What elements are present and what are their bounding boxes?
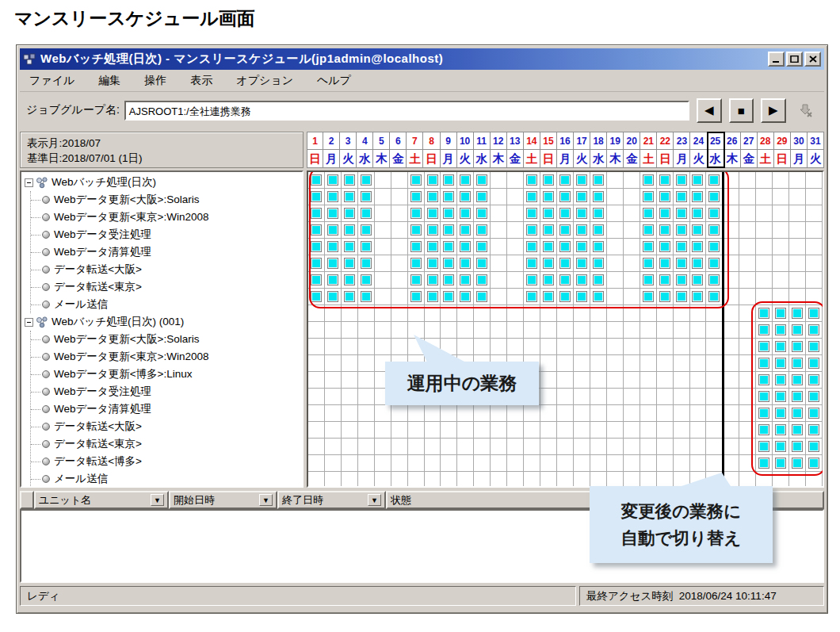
schedule-cell[interactable] <box>574 422 590 439</box>
schedule-cell[interactable] <box>524 239 540 255</box>
schedule-mark[interactable] <box>708 191 720 202</box>
schedule-cell[interactable] <box>425 472 441 488</box>
schedule-mark[interactable] <box>460 174 471 186</box>
schedule-mark[interactable] <box>659 258 670 269</box>
schedule-cell[interactable] <box>408 222 425 239</box>
schedule-mark[interactable] <box>559 174 571 186</box>
schedule-cell[interactable] <box>806 455 823 472</box>
schedule-cell[interactable] <box>457 322 474 339</box>
schedule-cell[interactable] <box>674 172 690 189</box>
schedule-cell[interactable] <box>342 205 358 222</box>
schedule-cell[interactable] <box>425 455 441 472</box>
schedule-cell[interactable] <box>474 239 491 255</box>
schedule-cell[interactable] <box>457 255 474 272</box>
schedule-mark[interactable] <box>708 241 720 252</box>
schedule-mark[interactable] <box>576 191 587 202</box>
schedule-cell[interactable] <box>773 455 789 472</box>
schedule-mark[interactable] <box>361 241 372 252</box>
schedule-cell[interactable] <box>491 222 507 239</box>
schedule-cell[interactable] <box>308 189 325 205</box>
schedule-cell[interactable] <box>557 372 574 389</box>
schedule-cell[interactable] <box>657 439 674 455</box>
schedule-cell[interactable] <box>640 339 657 355</box>
schedule-cell[interactable] <box>474 455 491 472</box>
schedule-cell[interactable] <box>425 255 441 272</box>
schedule-cell[interactable] <box>507 189 524 205</box>
schedule-cell[interactable] <box>540 355 557 372</box>
schedule-cell[interactable] <box>624 272 640 289</box>
schedule-cell[interactable] <box>491 255 507 272</box>
schedule-cell[interactable] <box>391 289 408 305</box>
schedule-cell[interactable] <box>607 439 624 455</box>
schedule-cell[interactable] <box>574 322 590 339</box>
schedule-mark[interactable] <box>676 208 687 219</box>
schedule-cell[interactable] <box>756 405 773 422</box>
schedule-mark[interactable] <box>344 291 355 302</box>
schedule-cell[interactable] <box>574 472 590 488</box>
schedule-cell[interactable] <box>690 239 707 255</box>
schedule-mark[interactable] <box>576 258 587 269</box>
schedule-cell[interactable] <box>441 239 457 255</box>
schedule-cell[interactable] <box>607 422 624 439</box>
schedule-cell[interactable] <box>806 322 823 339</box>
tree-item-row[interactable]: Webデータ清算処理 <box>31 400 302 418</box>
schedule-cell[interactable] <box>342 189 358 205</box>
schedule-cell[interactable] <box>674 389 690 405</box>
schedule-cell[interactable] <box>308 239 325 255</box>
schedule-cell[interactable] <box>441 289 457 305</box>
schedule-cell[interactable] <box>557 305 574 322</box>
schedule-cell[interactable] <box>540 389 557 405</box>
schedule-cell[interactable] <box>806 389 823 405</box>
schedule-mark[interactable] <box>410 241 422 252</box>
schedule-mark[interactable] <box>692 291 703 302</box>
schedule-mark[interactable] <box>476 291 487 302</box>
schedule-mark[interactable] <box>576 274 587 285</box>
schedule-mark[interactable] <box>643 241 654 252</box>
schedule-cell[interactable] <box>540 372 557 389</box>
schedule-cell[interactable] <box>391 222 408 239</box>
schedule-cell[interactable] <box>308 472 325 488</box>
schedule-cell[interactable] <box>706 372 723 389</box>
schedule-mark[interactable] <box>344 274 355 285</box>
schedule-cell[interactable] <box>574 355 590 372</box>
schedule-cell[interactable] <box>540 439 557 455</box>
schedule-cell[interactable] <box>408 272 425 289</box>
schedule-cell[interactable] <box>739 372 756 389</box>
schedule-cell[interactable] <box>325 389 342 405</box>
tree-item-row[interactable]: データ転送<大阪> <box>31 261 302 278</box>
schedule-mark[interactable] <box>775 358 786 369</box>
schedule-cell[interactable] <box>674 272 690 289</box>
schedule-mark[interactable] <box>775 408 786 419</box>
schedule-cell[interactable] <box>425 205 441 222</box>
schedule-cell[interactable] <box>325 205 342 222</box>
schedule-cell[interactable] <box>674 189 690 205</box>
schedule-cell[interactable] <box>557 389 574 405</box>
schedule-cell[interactable] <box>308 322 325 339</box>
schedule-cell[interactable] <box>474 255 491 272</box>
schedule-cell[interactable] <box>441 455 457 472</box>
menu-item-オプション[interactable]: オプション <box>236 74 293 88</box>
schedule-mark[interactable] <box>758 341 769 352</box>
schedule-cell[interactable] <box>624 339 640 355</box>
schedule-cell[interactable] <box>491 205 507 222</box>
schedule-cell[interactable] <box>557 339 574 355</box>
schedule-cell[interactable] <box>806 189 823 205</box>
schedule-mark[interactable] <box>775 324 786 335</box>
schedule-mark[interactable] <box>427 174 438 186</box>
schedule-cell[interactable] <box>342 455 358 472</box>
schedule-cell[interactable] <box>342 339 358 355</box>
schedule-cell[interactable] <box>425 272 441 289</box>
schedule-cell[interactable] <box>358 172 375 189</box>
schedule-cell[interactable] <box>706 255 723 272</box>
schedule-cell[interactable] <box>540 322 557 339</box>
schedule-cell[interactable] <box>789 339 806 355</box>
schedule-cell[interactable] <box>723 305 739 322</box>
schedule-mark[interactable] <box>311 291 322 302</box>
schedule-cell[interactable] <box>507 255 524 272</box>
schedule-cell[interactable] <box>723 439 739 455</box>
schedule-cell[interactable] <box>308 272 325 289</box>
schedule-mark[interactable] <box>593 174 604 186</box>
schedule-mark[interactable] <box>443 258 454 269</box>
schedule-cell[interactable] <box>590 239 607 255</box>
schedule-mark[interactable] <box>692 191 703 202</box>
